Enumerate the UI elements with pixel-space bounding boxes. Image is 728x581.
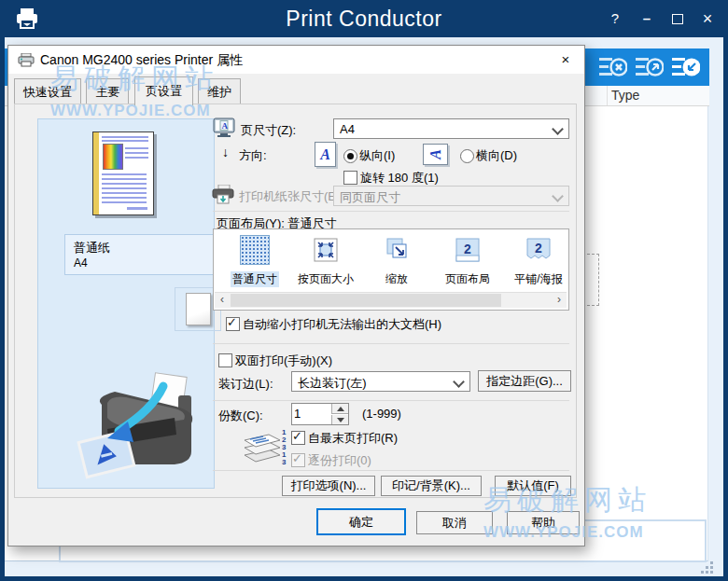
minimize-button[interactable]: – xyxy=(635,0,659,37)
layout-scrollbar[interactable]: ‹ › xyxy=(215,292,567,308)
maximize-button[interactable] xyxy=(664,0,690,37)
rotate-180-checkbox[interactable] xyxy=(343,171,357,185)
page-size-select[interactable]: A4 xyxy=(333,118,569,139)
defaults-button[interactable]: 默认值(F) xyxy=(495,476,571,496)
page-layout-list: 普通尺寸 按页面大小 xyxy=(213,228,569,311)
portrait-icon: A xyxy=(315,142,336,167)
scrollbar-thumb[interactable] xyxy=(231,294,501,307)
separator xyxy=(213,400,569,401)
layout-item-label: 按页面大小 xyxy=(292,271,359,287)
cancel-button[interactable]: 取消 xyxy=(416,511,493,534)
print-options-button[interactable]: 打印选项(N)... xyxy=(282,476,375,496)
preview-margin-strip xyxy=(93,132,99,214)
scroll-left-icon[interactable]: ‹ xyxy=(215,293,230,308)
print-from-last-label: 自最末页打印(R) xyxy=(308,430,398,447)
scaled-icon xyxy=(382,235,412,265)
printer-paper-icon xyxy=(211,185,235,205)
portrait-radio[interactable] xyxy=(343,149,357,163)
print-from-last-checkbox[interactable] xyxy=(291,431,305,445)
separator xyxy=(213,211,569,212)
spin-down-icon[interactable] xyxy=(331,415,348,424)
tab-maintenance[interactable]: 维护 xyxy=(198,78,241,104)
preview-text-lines xyxy=(102,173,147,205)
separator xyxy=(213,343,569,344)
media-type-box: 普通纸 A4 xyxy=(64,234,219,275)
resize-grip[interactable] xyxy=(699,561,714,574)
fit-to-page-icon xyxy=(311,235,341,265)
duplex-label: 双面打印(手动)(X) xyxy=(235,353,332,369)
help-button[interactable]: ? xyxy=(603,0,627,37)
tab-page-setup[interactable]: 页设置 xyxy=(134,76,193,105)
layout-item-label: 页面布局 xyxy=(434,271,501,287)
column-divider xyxy=(607,86,608,105)
autoshrink-checkbox[interactable] xyxy=(226,317,240,331)
chevron-down-icon xyxy=(453,376,465,388)
media-type-value: 普通纸 xyxy=(74,240,110,256)
page-size-icon: A xyxy=(213,118,235,138)
tab-main[interactable]: 主要 xyxy=(86,78,129,104)
app-titlebar: Print Conductor ? – × xyxy=(0,0,728,37)
copies-spinner xyxy=(291,403,349,425)
maximize-icon xyxy=(672,14,683,24)
dialog-titlebar: Canon MG2400 series Printer 属性 × xyxy=(8,46,584,74)
toolbar-clear-list-icon[interactable] xyxy=(599,55,627,79)
layout-item-normal[interactable]: 普通尺寸 xyxy=(221,235,288,287)
dialog-title: Canon MG2400 series Printer 属性 xyxy=(40,52,243,69)
printer-paper-label: 打印机纸张尺寸(E): xyxy=(239,188,343,205)
collate-label: 逐份打印(0) xyxy=(308,452,371,469)
tab-quick-setup[interactable]: 快速设置 xyxy=(14,78,81,104)
specify-margin-button[interactable]: 指定边距(G)... xyxy=(478,370,571,392)
svg-text:A: A xyxy=(222,121,229,131)
copies-input[interactable] xyxy=(294,405,328,422)
page-size-label: 页尺寸(Z): xyxy=(241,122,296,139)
printer-illustration xyxy=(66,369,216,481)
page-layout-icon: 2 xyxy=(453,235,483,265)
landscape-icon: A xyxy=(423,144,448,165)
layout-item-scaled[interactable]: 缩放 xyxy=(363,235,430,287)
layout-item-label: 缩放 xyxy=(363,271,430,287)
normal-size-icon xyxy=(240,235,270,265)
portrait-label: 纵向(I) xyxy=(359,147,395,164)
staple-side-label: 装订边(L): xyxy=(218,376,273,393)
svg-text:2: 2 xyxy=(535,241,542,256)
ok-button[interactable]: 确定 xyxy=(316,508,406,535)
landscape-radio[interactable] xyxy=(460,149,474,163)
staple-side-select[interactable]: 长边装订(左) xyxy=(291,371,470,392)
paper-size-value: A4 xyxy=(74,256,88,270)
orientation-label: 方向: xyxy=(239,147,267,164)
page-setup-tab-panel: 普通纸 A4 xyxy=(14,104,577,498)
layout-item-page-layout[interactable]: 2 页面布局 xyxy=(434,235,501,287)
layout-item-label: 平铺/海报 xyxy=(505,271,572,287)
duplex-checkbox[interactable] xyxy=(218,353,232,367)
svg-text:3: 3 xyxy=(282,458,287,466)
toolbar-export-icon[interactable] xyxy=(636,55,664,79)
toolbar-start-icon[interactable] xyxy=(672,55,700,79)
dialog-printer-icon xyxy=(18,53,35,67)
dialog-tabs: 快速设置 主要 页设置 维护 xyxy=(14,76,242,104)
spin-up-icon[interactable] xyxy=(331,404,348,414)
stamp-background-button[interactable]: 印记/背景(K)... xyxy=(381,476,482,496)
help-button-dialog[interactable]: 帮助 xyxy=(507,511,580,534)
svg-text:2: 2 xyxy=(464,242,471,256)
preview-photo-block xyxy=(103,144,123,170)
scroll-right-icon[interactable]: › xyxy=(552,293,567,308)
printer-paper-selected: 同页面尺寸 xyxy=(340,189,400,206)
page-size-selected: A4 xyxy=(340,122,355,136)
staple-side-selected: 长边装订(左) xyxy=(298,375,367,392)
layout-item-fit-to-page[interactable]: 按页面大小 xyxy=(292,235,359,287)
screen: Print Conductor ? – × xyxy=(0,0,728,581)
chevron-down-icon xyxy=(552,123,564,135)
orientation-arrow-icon: ↓ xyxy=(222,145,229,159)
copies-range: (1-999) xyxy=(362,407,401,421)
layout-item-tiling-poster[interactable]: 2 平铺/海报 xyxy=(505,235,572,287)
chevron-down-icon xyxy=(552,190,564,202)
dialog-close-button[interactable]: × xyxy=(552,48,580,72)
printer-paper-select: 同页面尺寸 xyxy=(333,186,569,206)
separator xyxy=(213,470,569,471)
printer-properties-dialog: Canon MG2400 series Printer 属性 × 快速设置 主要… xyxy=(7,45,585,546)
close-button[interactable]: × xyxy=(694,0,721,37)
collate-checkbox xyxy=(291,453,305,467)
rotate-180-label: 旋转 180 度(1) xyxy=(360,170,439,187)
layout-item-label: 普通尺寸 xyxy=(231,271,279,287)
column-type[interactable]: Type xyxy=(611,88,639,103)
